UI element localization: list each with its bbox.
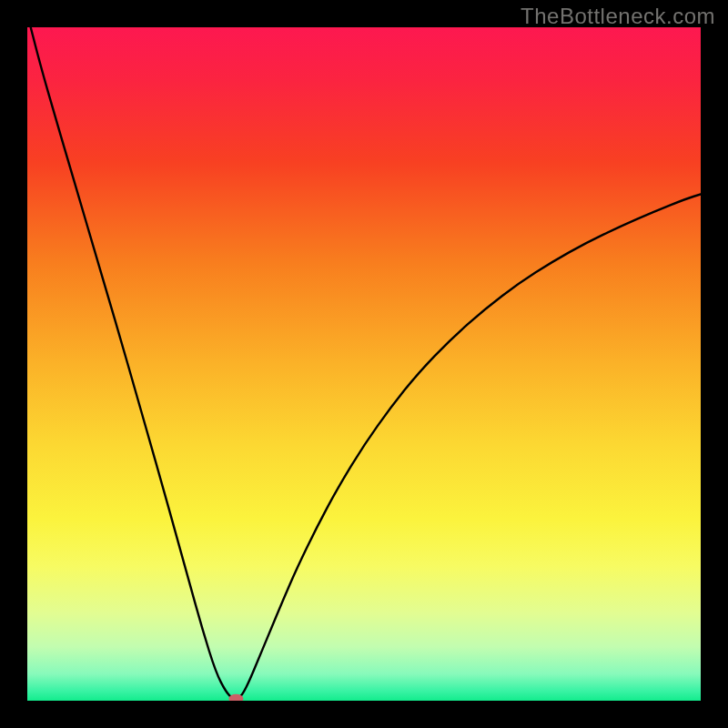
- bottleneck-chart: [27, 27, 701, 701]
- watermark-text: TheBottleneck.com: [521, 4, 715, 29]
- chart-frame: [27, 27, 701, 701]
